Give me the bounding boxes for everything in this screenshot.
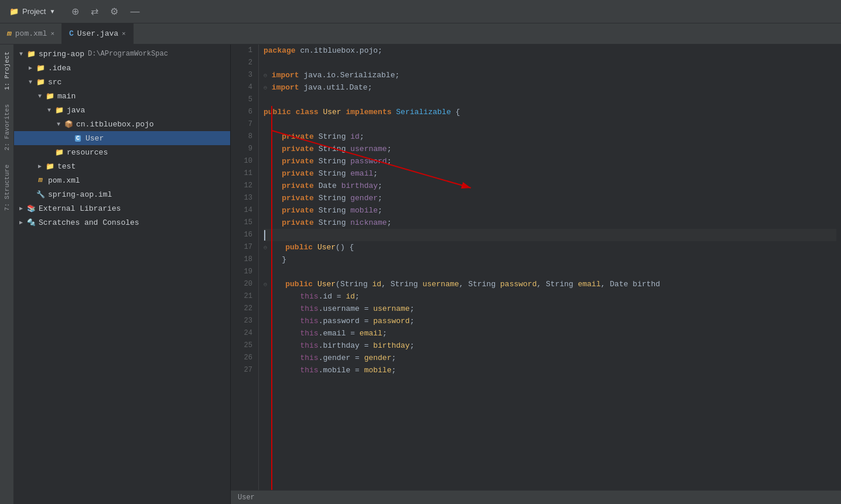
line-num-12: 12 — [231, 180, 258, 192]
class-file-icon: C — [73, 133, 83, 143]
tree-label-idea: .idea — [48, 64, 71, 73]
code-line-7 — [264, 118, 836, 131]
ext-libs-icon: 📚 — [26, 203, 36, 214]
tree-item-main[interactable]: ▼ 📁 main — [14, 89, 230, 103]
tree-item-iml[interactable]: 🔧 spring-aop.iml — [14, 187, 230, 201]
line-num-15: 15 — [231, 217, 258, 229]
iml-file-icon: 🔧 — [35, 189, 46, 200]
tab-user-close[interactable]: × — [122, 30, 126, 37]
tree-label-pom: pom.xml — [48, 176, 80, 185]
code-line-2 — [264, 57, 836, 69]
tree-arrow-src: ▼ — [26, 79, 35, 85]
line-num-10: 10 — [231, 155, 258, 167]
code-line-13: private String gender; — [264, 192, 836, 204]
tree-item-test[interactable]: ▶ 📁 test — [14, 159, 230, 173]
code-line-21: this.id = id; — [264, 290, 836, 303]
settings-button[interactable]: ⚙ — [108, 5, 121, 18]
folder-icon: 📁 — [9, 7, 19, 16]
maven-file-icon: m — [35, 175, 46, 186]
folder-resources-icon: 📁 — [54, 147, 64, 157]
code-line-26: this.gender = gender; — [264, 352, 836, 364]
line-num-23: 23 — [231, 315, 258, 327]
tree-label-root: spring-aop — [39, 50, 84, 59]
maven-icon: m — [7, 29, 12, 38]
code-line-8: private String id; — [264, 131, 836, 143]
tab-bar: m pom.xml × C User.java × — [0, 23, 841, 44]
line-num-5: 5 — [231, 94, 258, 106]
editor-status-bar: User — [231, 490, 841, 504]
tree-arrow-root: ▼ — [16, 51, 26, 57]
code-line-4: ⊖ import java.util.Date; — [264, 81, 836, 94]
add-module-button[interactable]: ⊕ — [69, 5, 81, 18]
line-num-8: 8 — [231, 131, 258, 143]
sync-button[interactable]: ⇄ — [88, 5, 101, 18]
tree-item-resources[interactable]: 📁 resources — [14, 145, 230, 159]
tree-item-user[interactable]: C User — [14, 131, 230, 145]
code-line-10: private String password; — [264, 155, 836, 167]
line-num-19: 19 — [231, 266, 258, 278]
tree-arrow-java: ▼ — [45, 107, 54, 114]
toolbar-project-label: Project — [22, 7, 46, 16]
sidebar-item-project[interactable]: 1: Project — [1, 44, 13, 97]
line-num-4: 4 — [231, 81, 258, 94]
code-line-19 — [264, 266, 836, 278]
tab-pom[interactable]: m pom.xml × — [0, 23, 62, 44]
tree-arrow-scratches: ▶ — [16, 219, 26, 226]
code-line-23: this.password = password; — [264, 315, 836, 327]
tree-arrow-test: ▶ — [35, 163, 45, 170]
code-content[interactable]: package cn.itbluebox.pojo; ⊖ import java… — [259, 44, 841, 490]
project-tree[interactable]: ▼ 📁 spring-aop D:\AProgramWorkSpac ▶ 📁 .… — [14, 44, 230, 504]
folder-java-icon: 📁 — [54, 105, 64, 115]
code-line-3: ⊖ import java.io.Serializable; — [264, 69, 836, 81]
tree-item-src[interactable]: ▼ 📁 src — [14, 75, 230, 89]
project-panel-button[interactable]: 📁 Project ▼ — [5, 5, 60, 18]
tab-pom-close[interactable]: × — [50, 30, 54, 37]
main-content: 1: Project 2: Favorites 7: Structure ▼ 📁… — [0, 44, 841, 504]
sidebar-item-favorites[interactable]: 2: Favorites — [1, 97, 13, 157]
tree-item-extlibs[interactable]: ▶ 📚 External Libraries — [14, 201, 230, 215]
tree-item-root[interactable]: ▼ 📁 spring-aop D:\AProgramWorkSpac — [14, 47, 230, 61]
line-num-7: 7 — [231, 118, 258, 131]
sidebar-item-structure[interactable]: 7: Structure — [1, 157, 13, 218]
class-icon: C — [69, 29, 74, 38]
code-line-9: private String username; — [264, 143, 836, 155]
tree-item-java[interactable]: ▼ 📁 java — [14, 103, 230, 117]
tree-item-pojo[interactable]: ▼ 📦 cn.itbluebox.pojo — [14, 117, 230, 131]
code-editor[interactable]: 1 2 3 4 5 6 7 8 9 10 11 12 13 14 15 16 1… — [231, 44, 841, 490]
line-num-20: 20 — [231, 278, 258, 290]
close-panel-button[interactable]: — — [128, 5, 142, 18]
tree-label-iml: spring-aop.iml — [48, 190, 112, 199]
code-line-16 — [264, 229, 836, 241]
current-file-label: User — [238, 493, 255, 502]
code-line-17: ⊖ public User() { — [264, 241, 836, 253]
scratches-icon: 🔩 — [26, 217, 36, 228]
line-num-18: 18 — [231, 253, 258, 266]
code-line-27: this.mobile = mobile; — [264, 364, 836, 376]
code-line-24: this.email = email; — [264, 327, 836, 340]
code-line-25: this.birthday = birthday; — [264, 340, 836, 352]
tab-user[interactable]: C User.java × — [62, 23, 134, 44]
tree-item-idea[interactable]: ▶ 📁 .idea — [14, 61, 230, 75]
line-num-1: 1 — [231, 44, 258, 57]
folder-src-icon: 📁 — [35, 77, 46, 87]
tree-item-scratches[interactable]: ▶ 🔩 Scratches and Consoles — [14, 215, 230, 229]
tree-label-user: User — [86, 134, 104, 143]
folder-main-icon: 📁 — [45, 91, 55, 101]
editor-area: 1 2 3 4 5 6 7 8 9 10 11 12 13 14 15 16 1… — [231, 44, 841, 504]
tree-label-test: test — [57, 162, 76, 171]
code-line-12: private Date birthday; — [264, 180, 836, 192]
tree-label-scratches: Scratches and Consoles — [39, 218, 139, 227]
line-num-17: 17 — [231, 241, 258, 253]
tree-label-main: main — [57, 92, 76, 101]
line-num-3: 3 — [231, 69, 258, 81]
tab-pom-label: pom.xml — [15, 29, 47, 38]
tree-arrow-idea: ▶ — [26, 64, 35, 71]
toolbar: 📁 Project ▼ ⊕ ⇄ ⚙ — — [0, 0, 841, 23]
code-line-15: private String nickname; — [264, 217, 836, 229]
tree-path-root: D:\AProgramWorkSpac — [88, 50, 168, 58]
folder-pojo-icon: 📦 — [63, 119, 74, 129]
line-num-26: 26 — [231, 352, 258, 364]
tree-item-pom[interactable]: m pom.xml — [14, 173, 230, 187]
project-panel: ▼ 📁 spring-aop D:\AProgramWorkSpac ▶ 📁 .… — [14, 44, 231, 504]
code-line-1: package cn.itbluebox.pojo; — [264, 44, 836, 57]
